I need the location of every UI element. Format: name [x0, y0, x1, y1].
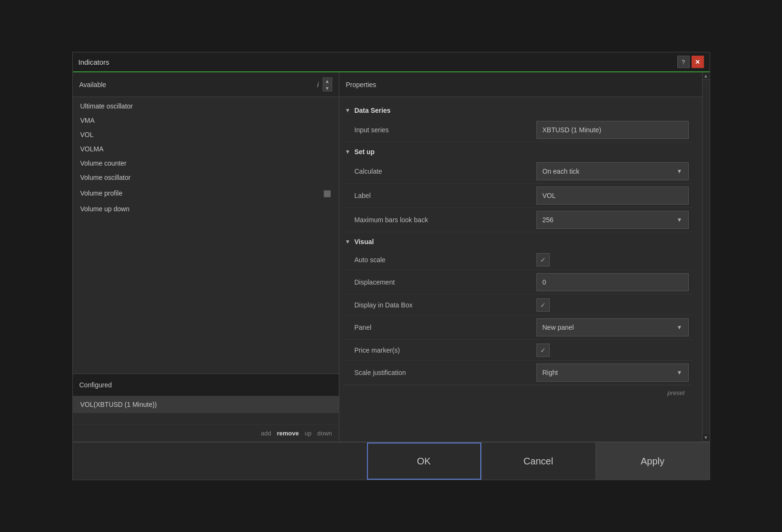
- cancel-button[interactable]: Cancel: [481, 443, 595, 480]
- list-item-label: VMA: [80, 117, 95, 124]
- preset-link[interactable]: preset: [667, 389, 684, 396]
- right-panel: Properties ▼ Data Series Input series XB…: [339, 72, 710, 442]
- scale-justification-dropdown[interactable]: Right ▼: [536, 364, 689, 382]
- list-item[interactable]: Volume profile ▦: [73, 185, 339, 202]
- input-series-label: Input series: [355, 126, 536, 134]
- title-bar-left: Indicators: [79, 58, 109, 66]
- calculate-row: Calculate On each tick ▼: [343, 159, 693, 184]
- list-item-label: Volume profile: [80, 189, 123, 197]
- auto-scale-row: Auto scale ✓: [343, 249, 693, 270]
- list-item-label: Ultimate oscillator: [80, 102, 133, 110]
- title-buttons: ? ✕: [677, 56, 704, 68]
- scrollbar-track[interactable]: [703, 80, 710, 434]
- panel-dropdown-arrow: ▼: [677, 324, 683, 331]
- displacement-value: [536, 273, 689, 291]
- panel-dropdown[interactable]: New panel ▼: [536, 318, 689, 336]
- info-icon[interactable]: i: [317, 81, 318, 89]
- preset-row: preset: [343, 385, 693, 400]
- display-data-box-label: Display in Data Box: [355, 301, 536, 309]
- calculate-dropdown-text: On each tick: [543, 167, 580, 175]
- max-bars-dropdown-arrow: ▼: [677, 217, 683, 223]
- left-panel: Available i ▲ ▼ Ultimate oscillator VMA: [73, 72, 339, 442]
- configured-header: Configured: [73, 374, 339, 396]
- configured-list: VOL(XBTUSD (1 Minute)): [73, 396, 339, 424]
- configured-item-label: VOL(XBTUSD (1 Minute)): [80, 401, 157, 408]
- max-bars-dropdown-text: 256: [543, 216, 554, 224]
- data-series-collapse-arrow[interactable]: ▼: [345, 107, 351, 114]
- price-markers-label: Price marker(s): [355, 346, 536, 354]
- configured-item[interactable]: VOL(XBTUSD (1 Minute)): [73, 396, 339, 413]
- scrollbar-down[interactable]: ▼: [703, 434, 710, 442]
- properties-header: Properties: [339, 72, 710, 97]
- scale-justification-label: Scale justification: [355, 369, 536, 376]
- panel-value: New panel ▼: [536, 318, 689, 336]
- list-item-label: Volume oscillator: [80, 174, 131, 181]
- remove-button[interactable]: remove: [277, 430, 299, 437]
- dialog-body: Available i ▲ ▼ Ultimate oscillator VMA: [73, 72, 710, 442]
- scroll-down-arrow[interactable]: ▼: [323, 85, 332, 91]
- max-bars-row: Maximum bars look back 256 ▼: [343, 208, 693, 232]
- panel-dropdown-text: New panel: [543, 324, 574, 331]
- list-item[interactable]: VOLMA: [73, 142, 339, 156]
- right-scrollbar: ▲ ▼: [702, 72, 710, 442]
- down-button[interactable]: down: [317, 430, 332, 437]
- displacement-input[interactable]: [536, 273, 689, 291]
- data-series-section-header: ▼ Data Series: [343, 101, 693, 118]
- input-series-value: XBTUSD (1 Minute): [536, 121, 689, 139]
- help-button[interactable]: ?: [677, 56, 690, 68]
- add-button[interactable]: add: [261, 430, 271, 437]
- label-row: Label: [343, 184, 693, 208]
- scrollbar-up[interactable]: ▲: [703, 72, 710, 80]
- list-item-label: Volume up down: [80, 205, 130, 213]
- calculate-label: Calculate: [355, 167, 536, 175]
- list-item-label: Volume counter: [80, 159, 127, 167]
- max-bars-dropdown[interactable]: 256 ▼: [536, 211, 689, 229]
- label-label: Label: [355, 192, 536, 199]
- scroll-arrows: ▲ ▼: [323, 78, 332, 91]
- available-header: Available i ▲ ▼: [73, 72, 339, 97]
- configured-section: Configured VOL(XBTUSD (1 Minute)) add re…: [73, 374, 339, 442]
- input-series-text: XBTUSD (1 Minute): [543, 126, 602, 134]
- scroll-up-arrow[interactable]: ▲: [323, 78, 332, 84]
- input-series-row: Input series XBTUSD (1 Minute): [343, 118, 693, 142]
- list-item[interactable]: VOL: [73, 128, 339, 142]
- max-bars-label: Maximum bars look back: [355, 216, 536, 224]
- list-item[interactable]: Ultimate oscillator: [73, 99, 339, 113]
- display-data-box-row: Display in Data Box ✓: [343, 295, 693, 315]
- setup-collapse-arrow[interactable]: ▼: [345, 148, 351, 155]
- available-controls: i ▲ ▼: [317, 78, 332, 91]
- display-data-box-checkbox[interactable]: ✓: [536, 298, 550, 312]
- close-button[interactable]: ✕: [692, 56, 704, 68]
- calculate-value: On each tick ▼: [536, 162, 689, 180]
- list-item-label: VOLMA: [80, 145, 104, 153]
- list-item[interactable]: Volume counter: [73, 156, 339, 170]
- visual-section-header: ▼ Visual: [343, 232, 693, 249]
- price-markers-value: ✓: [536, 344, 689, 357]
- calculate-dropdown[interactable]: On each tick ▼: [536, 162, 689, 180]
- input-series-display[interactable]: XBTUSD (1 Minute): [536, 121, 689, 139]
- apply-button[interactable]: Apply: [595, 443, 710, 480]
- scale-justification-row: Scale justification Right ▼: [343, 361, 693, 385]
- visual-collapse-arrow[interactable]: ▼: [345, 238, 351, 245]
- auto-scale-label: Auto scale: [355, 256, 536, 264]
- ok-button[interactable]: OK: [367, 443, 481, 480]
- up-button[interactable]: up: [305, 430, 311, 437]
- list-item[interactable]: VMA: [73, 113, 339, 128]
- auto-scale-checkbox[interactable]: ✓: [536, 253, 550, 266]
- list-item[interactable]: Volume up down: [73, 202, 339, 216]
- price-markers-checkbox[interactable]: ✓: [536, 344, 550, 357]
- panel-label: Panel: [355, 324, 536, 331]
- max-bars-value: 256 ▼: [536, 211, 689, 229]
- auto-scale-value: ✓: [536, 253, 689, 266]
- setup-label: Set up: [354, 148, 375, 156]
- displacement-label: Displacement: [355, 278, 536, 286]
- price-markers-row: Price marker(s) ✓: [343, 340, 693, 361]
- title-bar: Indicators ? ✕: [73, 52, 710, 72]
- volume-profile-icon: ▦: [323, 188, 331, 198]
- configured-actions: add remove up down: [73, 424, 339, 442]
- list-item[interactable]: Volume oscillator: [73, 170, 339, 185]
- properties-title: Properties: [346, 81, 376, 89]
- indicators-dialog: Indicators ? ✕ Available i ▲ ▼: [72, 52, 710, 480]
- available-title: Available: [79, 81, 107, 89]
- label-input[interactable]: [536, 187, 689, 205]
